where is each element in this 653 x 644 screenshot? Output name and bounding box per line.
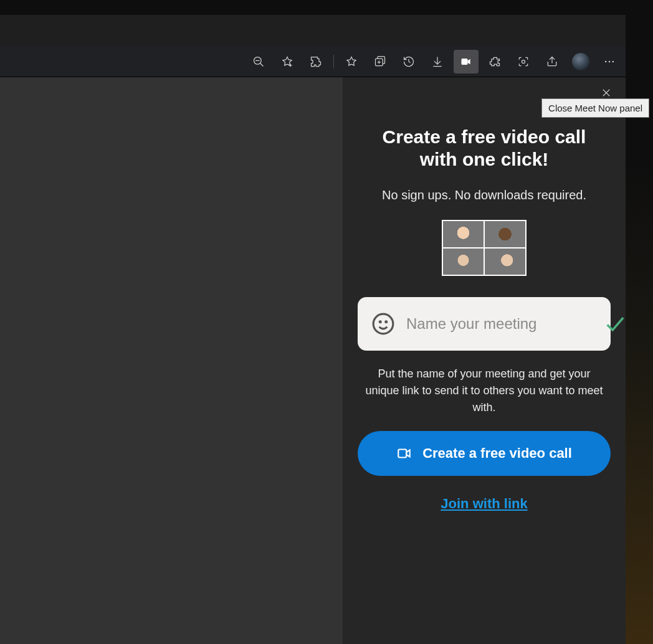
- video-icon: [396, 445, 412, 462]
- meeting-name-field[interactable]: [358, 297, 611, 351]
- join-with-link[interactable]: Join with link: [441, 496, 527, 512]
- meet-now-icon[interactable]: [454, 50, 479, 73]
- more-icon[interactable]: [597, 50, 622, 73]
- favorites-icon[interactable]: [339, 50, 364, 73]
- collections-icon[interactable]: [368, 50, 393, 73]
- panel-hint: Put the name of your meeting and get you…: [358, 366, 611, 416]
- svg-point-14: [605, 60, 607, 62]
- meeting-name-input[interactable]: [406, 315, 593, 333]
- profile-avatar[interactable]: [568, 50, 593, 73]
- toolbar: [0, 46, 626, 77]
- browser-window[interactable]: Create a free video call with one click!…: [0, 15, 626, 644]
- smile-icon: [371, 312, 395, 336]
- video-call-illustration: [442, 220, 527, 276]
- svg-point-20: [379, 321, 381, 323]
- svg-point-16: [612, 60, 614, 62]
- meet-now-panel: Create a free video call with one click!…: [343, 77, 626, 644]
- extensions-icon[interactable]: [303, 50, 328, 73]
- avatar-icon: [572, 53, 589, 70]
- svg-point-21: [386, 321, 387, 323]
- svg-line-9: [409, 62, 411, 63]
- svg-rect-22: [398, 450, 406, 458]
- svg-point-19: [373, 314, 393, 334]
- close-panel-tooltip: Close Meet Now panel: [541, 98, 649, 118]
- svg-point-15: [609, 60, 611, 62]
- check-icon: [604, 313, 625, 334]
- svg-line-1: [260, 63, 264, 66]
- screenshot-icon[interactable]: [511, 50, 536, 73]
- svg-point-13: [522, 60, 525, 63]
- zoom-out-icon[interactable]: [246, 50, 271, 73]
- panel-title: Create a free video call with one click!: [358, 126, 611, 171]
- add-favorite-icon[interactable]: [275, 50, 300, 73]
- svg-rect-12: [462, 59, 468, 65]
- create-button-label: Create a free video call: [422, 445, 572, 462]
- addons-icon[interactable]: [482, 50, 507, 73]
- downloads-icon[interactable]: [425, 50, 450, 73]
- toolbar-divider: [333, 55, 334, 69]
- history-icon[interactable]: [396, 50, 421, 73]
- titlebar-region: [0, 15, 626, 46]
- create-video-call-button[interactable]: Create a free video call: [358, 431, 611, 476]
- share-icon[interactable]: [540, 50, 565, 73]
- panel-subtitle: No sign ups. No downloads required.: [358, 188, 611, 202]
